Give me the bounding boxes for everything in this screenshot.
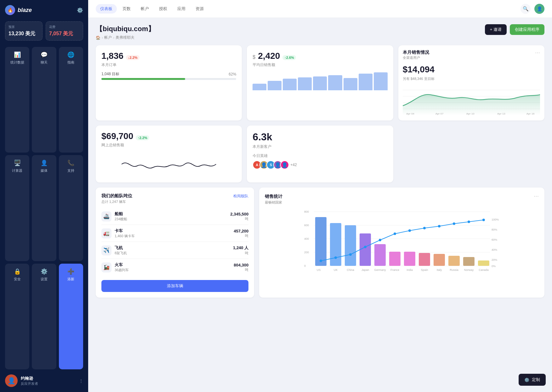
bar-Canada: [478, 260, 489, 266]
user-info: 约翰逊 反应开发者: [21, 376, 76, 386]
user-name: 约翰逊: [21, 376, 76, 381]
svg-point-22: [364, 246, 367, 248]
fleet-item-train: 🚂 火车 36趟列车 804,300 吨: [101, 259, 248, 276]
bar-6: [328, 75, 342, 90]
tab-pages[interactable]: 页数: [118, 4, 135, 14]
svg-text:200: 200: [304, 251, 309, 254]
svg-point-30: [482, 219, 485, 221]
create-app-button[interactable]: 创建应用程序: [510, 24, 544, 35]
monthly-sales-card: 本月销售情况 全渠道用户 ⋯ $14,094 另有 $48,346 至目标: [398, 45, 544, 120]
sales-chart-menu[interactable]: ⋯: [534, 193, 539, 199]
svg-text:Apr 16: Apr 16: [526, 112, 534, 115]
bar-5: [313, 76, 327, 90]
svg-point-23: [379, 239, 381, 241]
svg-text:China: China: [347, 268, 354, 272]
topnav-tabs: 仪表板 页数 帐户 授权 应用 资源: [96, 4, 208, 14]
svg-text:40%: 40%: [492, 248, 497, 251]
tab-auth[interactable]: 授权: [155, 4, 172, 14]
fleet-train-count: 36趟列车: [115, 268, 230, 272]
bar-UK: [330, 223, 341, 266]
sidebar-item-support[interactable]: 📞 支持: [59, 155, 83, 261]
fleet-item-ship: 🚢 船舶 234艘船 2,345,500 吨: [101, 208, 248, 225]
chat-label: 聊天: [41, 60, 48, 65]
svg-point-24: [394, 232, 396, 235]
heroes-label: 今日英雄: [253, 153, 387, 159]
user-menu-icon[interactable]: ⋮: [79, 378, 83, 383]
fleet-plane-name: 飞机: [115, 245, 230, 251]
settings-label: 设置: [41, 277, 48, 282]
svg-text:60%: 60%: [492, 238, 497, 241]
sidebar-top-settings-icon[interactable]: ⚙️: [77, 7, 83, 13]
sidebar-item-guide[interactable]: 🌐 指南: [59, 47, 83, 153]
logo-text: blaze: [18, 7, 32, 14]
topnav-avatar[interactable]: 👤: [534, 4, 544, 14]
revenue-value: $69,700 ↑2.2%: [101, 131, 236, 141]
invite-button[interactable]: + 邀请: [485, 24, 507, 35]
svg-text:Apr 13: Apr 13: [497, 112, 505, 115]
svg-text:Canada: Canada: [479, 268, 489, 272]
sales-chart-subtitle: 最畅销国家: [265, 200, 539, 205]
avg-sales-value: $ 2,420 ↑2.6%: [253, 51, 387, 61]
train-icon: 🚂: [101, 262, 111, 272]
expense-label: 花费: [49, 25, 80, 29]
svg-point-25: [408, 229, 411, 232]
tab-resources[interactable]: 资源: [191, 4, 208, 14]
page-title-area: 【biqubiqu.com】 🏠 › 帐户 › 奥弗维耶夫: [96, 24, 155, 40]
fleet-item-truck: 🚛 卡车 1,460 辆卡车 457,200 吨: [101, 225, 248, 242]
revenue-card: $69,700 ↑2.2% 网上总销售额: [96, 126, 242, 182]
add-icon: ➕: [67, 268, 74, 275]
monthly-sales-menu[interactable]: ⋯: [535, 50, 540, 56]
second-row: $69,700 ↑2.2% 网上总销售额 6.3k 本月新客户 今日英雄 A: [96, 126, 544, 182]
fleet-train-name: 火车: [115, 262, 230, 268]
bar-2: [268, 81, 282, 90]
sidebar-item-media[interactable]: 👤 媒体: [32, 155, 56, 261]
customize-label: 定制: [532, 377, 540, 383]
budget-value: 13,230 美元: [9, 31, 39, 37]
orders-card: 1,836 ↓2.2% 本月订单 1,048 目标 62%: [96, 45, 242, 120]
sidebar-item-stats[interactable]: 📊 统计数据: [5, 47, 29, 153]
sidebar-item-chat[interactable]: 💬 聊天: [32, 47, 56, 153]
sidebar-item-settings[interactable]: ⚙️ 设置: [32, 264, 56, 369]
fleet-truck-name: 卡车: [115, 228, 230, 234]
svg-point-19: [320, 260, 322, 262]
revenue-label: 网上总销售额: [101, 143, 236, 148]
orders-change: ↓2.2%: [126, 55, 139, 60]
sidebar-item-security[interactable]: 🔒 安全: [5, 264, 29, 369]
sidebar-item-calc[interactable]: 🖥️ 计算器: [5, 155, 29, 261]
tab-accounts[interactable]: 帐户: [136, 4, 153, 14]
monthly-sales-subtitle: 全渠道用户: [403, 55, 429, 60]
bar-7: [344, 78, 357, 90]
settings-icon: ⚙️: [41, 268, 48, 275]
tab-dashboard[interactable]: 仪表板: [96, 4, 117, 14]
ship-icon: 🚢: [101, 211, 111, 221]
monthly-sales-title: 本月销售情况: [403, 50, 429, 55]
fleet-train-info: 火车 36趟列车: [115, 262, 230, 272]
fleet-plane-value: 1,240 人 吨: [233, 245, 248, 255]
main-content: 仪表板 页数 帐户 授权 应用 资源 🔍 👤 【biqubiqu.com】 🏠 …: [88, 0, 552, 392]
sidebar-item-add[interactable]: ➕ 添新: [59, 264, 83, 369]
tab-apps[interactable]: 应用: [173, 4, 190, 14]
monthly-sales-chart: Apr 04 Apr 07 Apr 10 Apr 13 Apr 16: [403, 84, 540, 115]
avg-sales-card: $ 2,420 ↑2.6% 平均日销售额: [247, 45, 393, 120]
fleet-link[interactable]: 检阅舰队: [233, 193, 248, 199]
search-icon[interactable]: 🔍: [521, 4, 531, 14]
fleet-item-plane: ✈️ 飞机 8架飞机 1,240 人 吨: [101, 242, 248, 259]
customize-button[interactable]: ⚙️ 定制: [519, 374, 546, 386]
expense-card: 花费 7,057 美元: [46, 21, 83, 41]
svg-point-27: [438, 225, 441, 227]
fleet-plane-count: 8架飞机: [115, 251, 230, 255]
add-vehicle-button[interactable]: 添加车辆: [101, 280, 248, 292]
svg-text:Italy: Italy: [437, 268, 442, 272]
stats-icon: 📊: [14, 51, 21, 58]
guide-icon: 🌐: [67, 51, 74, 58]
bar-Italy: [434, 254, 445, 266]
breadcrumb-home: 🏠: [96, 36, 100, 40]
sidebar-header: 🔥 blaze ⚙️: [5, 5, 83, 15]
progress-label: 1,048 目标: [101, 71, 119, 77]
nav-grid: 📊 统计数据 💬 聊天 🌐 指南 🖥️ 计算器 👤 媒体 📞 支持 🔒 安全: [5, 47, 83, 369]
customers-card: 6.3k 本月新客户 今日英雄 A 👤 S 👤 👤 +42: [247, 126, 393, 182]
svg-point-20: [334, 256, 337, 259]
sales-bar-chart: 800 600 400 200 0: [265, 208, 539, 277]
breadcrumb-current: 奥弗维耶夫: [116, 35, 134, 40]
monthly-sales-value: $14,094: [403, 64, 540, 75]
